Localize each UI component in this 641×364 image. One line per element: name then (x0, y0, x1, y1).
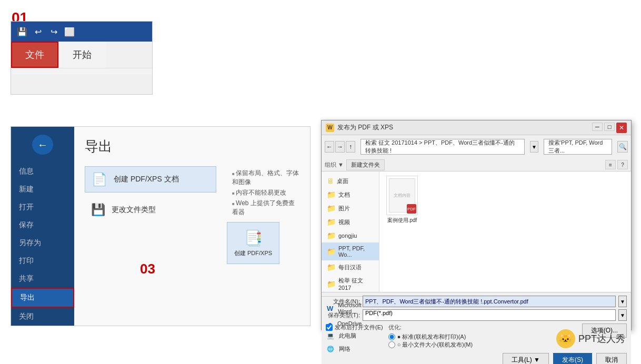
minsize-radio-input[interactable] (388, 341, 395, 348)
desc-line-3: Web 上提供了免费查看器 (232, 199, 299, 217)
view-toggle[interactable]: ≡ (605, 160, 616, 169)
menu-save[interactable]: 保存 (11, 216, 74, 234)
dialog-body: 🖥桌面 📁文档 📁图片 📁视频 📁gongjiu 📁PPT, PDF, Wo..… (322, 171, 631, 292)
publish-open-label: 发布后打开文件(E) (335, 323, 383, 331)
change-filetype-option[interactable]: 💾 更改文件类型 (85, 199, 216, 221)
standard-radio[interactable]: ● 标准(联机发布和打印)(A) (388, 333, 577, 341)
dialog-titlebar: W 发布为 PDF 或 XPS ─ □ ✕ (322, 120, 631, 135)
search-button[interactable]: 🔍 (617, 141, 628, 153)
maximize-button[interactable]: □ (604, 123, 615, 131)
nav-up-button[interactable]: ↑ (346, 141, 355, 153)
menu-print[interactable]: 打印 (11, 252, 74, 270)
backstage-title: 导出 (85, 137, 299, 156)
file-thumbnail: 文档内容 PDF (386, 176, 418, 215)
publish-button[interactable]: 发布(S) (553, 353, 592, 364)
desc-line-1: 保留布局、格式、字体和图像 (232, 169, 299, 187)
new-folder-button[interactable]: 新建文件夹 (346, 159, 385, 170)
filename-label: 文件名(N): (326, 298, 360, 306)
ppt-logo: 🐱 PPT达人秀 (556, 329, 625, 348)
nav-forward-button[interactable]: → (335, 141, 345, 153)
filename-dropdown[interactable]: ▼ (618, 296, 627, 307)
filetype-row: 保存类型(T): PDF(*.pdf) ▼ (326, 309, 627, 321)
file-dialog: W 发布为 PDF 或 XPS ─ □ ✕ ← → ↑ 检索 征文 201710… (321, 120, 632, 330)
publish-options: 发布后打开文件(E) (326, 323, 383, 331)
nav-ppt-folder[interactable]: 📁PPT, PDF, Wo... (322, 242, 379, 260)
undo-icon[interactable]: ↩ (32, 26, 44, 37)
create-pdf-button[interactable]: 📑 创建 PDF/XPS (227, 222, 279, 264)
filetype-dropdown[interactable]: ▼ (618, 309, 627, 321)
pdf-icon: 📑 (244, 229, 263, 247)
menu-saveas[interactable]: 另存为 (11, 234, 74, 252)
minimize-button[interactable]: ─ (592, 123, 603, 131)
nav-pictures[interactable]: 📁图片 (322, 201, 379, 215)
nav-daily[interactable]: 📁每日汉语 (322, 260, 379, 274)
tools-button[interactable]: 工具(L) ▼ (503, 353, 549, 364)
optimize-label: 优化: (388, 323, 577, 331)
address-bar[interactable]: 检索 征文 20171014 > PPT、PDF、Word三者似懂不-通的转换技… (360, 139, 525, 155)
address-dropdown[interactable]: ▼ (530, 141, 538, 153)
filetype-icon: 💾 (91, 203, 105, 217)
save-icon[interactable]: 💾 (16, 26, 28, 37)
organize-label: 组织 ▼ (325, 161, 344, 169)
ppt-logo-text: PPT达人秀 (578, 332, 625, 345)
filetype-select[interactable]: PDF(*.pdf) (363, 309, 616, 321)
create-pdf-label: 创建 PDF/XPS 文档 (114, 175, 179, 184)
step-03-label: 03 (140, 261, 155, 277)
nav-network[interactable]: 🌐 网络 (322, 342, 379, 356)
help-button[interactable]: ? (617, 160, 628, 169)
word-toolbar-section: 💾 ↩ ↪ ⬜ 文件 开始 (11, 21, 153, 95)
create-pdf-btn-label: 创建 PDF/XPS (234, 249, 272, 257)
cancel-button[interactable]: 取消 (596, 353, 627, 364)
ribbon-hint (11, 68, 152, 74)
backstage-section: ← 信息 新建 打开 保存 另存为 打印 共享 导出 关闭 导出 03 📄 创建… (11, 126, 311, 326)
file-name-label: 案例使用.pdf (387, 217, 417, 224)
minsize-radio[interactable]: ○ 最小文件大小(联机发布)(M) (388, 341, 577, 349)
filename-row: 文件名(N): ▼ (326, 296, 627, 307)
menu-new[interactable]: 新建 (11, 180, 74, 198)
change-filetype-label: 更改文件类型 (112, 205, 156, 215)
pdf-badge: PDF (407, 204, 416, 214)
back-button[interactable]: ← (32, 135, 53, 155)
dialog-files-area: 文档内容 PDF 案例使用.pdf (379, 171, 631, 292)
publish-open-check[interactable] (326, 324, 333, 331)
filename-input[interactable] (363, 296, 616, 307)
dialog-toolbar: 组织 ▼ 新建文件夹 ≡ ? (322, 158, 631, 171)
menu-open[interactable]: 打开 (11, 198, 74, 216)
customize-icon[interactable]: ⬜ (64, 26, 75, 37)
file-item-pdf[interactable]: 文档内容 PDF 案例使用.pdf (384, 176, 420, 224)
create-pdf-option[interactable]: 📄 创建 PDF/XPS 文档 (85, 166, 216, 193)
nav-documents[interactable]: 📁文档 (322, 188, 379, 201)
standard-radio-input[interactable] (388, 333, 395, 340)
redo-icon[interactable]: ↪ (48, 26, 59, 37)
backstage-content: 导出 03 📄 创建 PDF/XPS 文档 💾 更改文件类型 保留布局、格式、字… (74, 127, 310, 326)
close-button[interactable]: ✕ (616, 123, 627, 133)
nav-zhengwen[interactable]: 📁检举 征文 2017 (322, 274, 379, 294)
pdf-doc-icon: 📄 (92, 172, 107, 187)
word-menu-row: 文件 开始 (11, 42, 152, 68)
search-box[interactable]: 搜索'PPT, PDF, Word三者... (544, 139, 612, 155)
ppt-logo-icon: 🐱 (556, 329, 575, 348)
toolbar-row: 💾 ↩ ↪ ⬜ (11, 22, 152, 42)
nav-back-button[interactable]: ← (325, 141, 334, 153)
nav-gongjiu[interactable]: 📁gongjiu (322, 229, 379, 242)
optimize-group: 优化: ● 标准(联机发布和打印)(A) ○ 最小文件大小(联机发布)(M) (388, 323, 577, 349)
dialog-nav: 🖥桌面 📁文档 📁图片 📁视频 📁gongjiu 📁PPT, PDF, Wo..… (322, 171, 379, 292)
file-menu-button[interactable]: 文件 (11, 42, 58, 68)
menu-export[interactable]: 导出 (11, 288, 74, 308)
publish-open-checkbox[interactable]: 发布后打开文件(E) (326, 323, 383, 331)
dialog-app-icon: W (326, 124, 334, 132)
minsize-label: ○ 最小文件大小(联机发布)(M) (397, 341, 473, 349)
menu-info[interactable]: 信息 (11, 163, 74, 180)
desc-line-2: 内容不能轻易更改 (232, 188, 299, 197)
start-menu-button[interactable]: 开始 (58, 42, 106, 68)
backstage-sidebar: ← 信息 新建 打开 保存 另存为 打印 共享 导出 关闭 (11, 127, 74, 326)
menu-close[interactable]: 关闭 (11, 308, 74, 326)
nav-desktop[interactable]: 🖥桌面 (322, 174, 379, 188)
nav-videos[interactable]: 📁视频 (322, 215, 379, 229)
menu-share[interactable]: 共享 (11, 270, 74, 288)
standard-label: ● 标准(联机发布和打印)(A) (397, 333, 466, 341)
filetype-label: 保存类型(T): (326, 311, 360, 319)
dialog-title-text: 发布为 PDF 或 XPS (337, 123, 592, 132)
export-description: 保留布局、格式、字体和图像 内容不能轻易更改 Web 上提供了免费查看器 (232, 169, 299, 217)
